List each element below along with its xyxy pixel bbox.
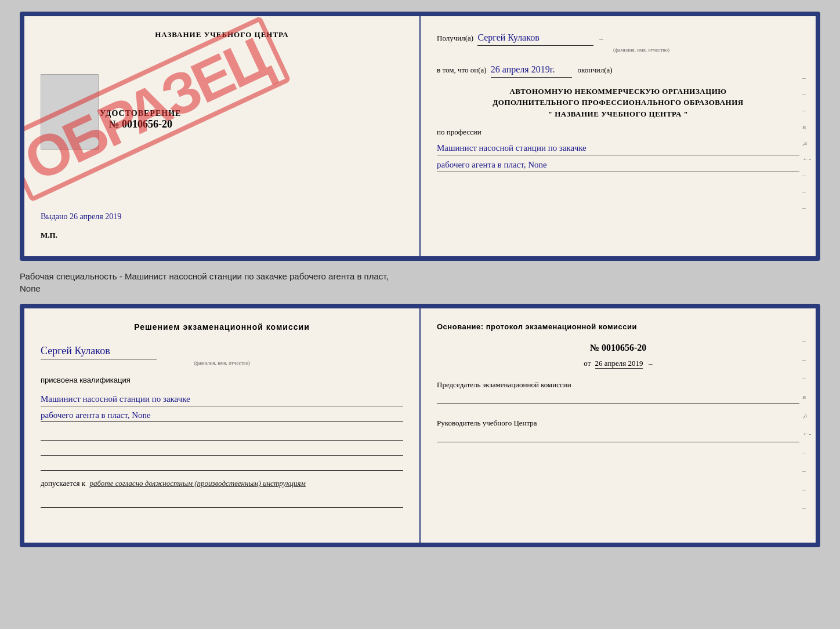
vtom-prefix: в том, что он(а) xyxy=(437,66,487,74)
po-professii-label: по профессии xyxy=(437,126,799,139)
prisvoena-label: присвоена квалификация xyxy=(41,376,131,384)
rukovoditel-block: Руководитель учебного Центра xyxy=(437,418,799,442)
desc-line2: None xyxy=(20,282,820,294)
protocol-date-value: 26 апреля 2019 xyxy=(595,359,643,369)
work-text: работе согласно должностным (производств… xyxy=(89,479,305,488)
blank-line-4 xyxy=(41,496,403,508)
dopuskaetsya-field: допускается к работе согласно должностны… xyxy=(41,478,403,489)
qual-line2: рабочего агента в пласт, None xyxy=(41,409,403,423)
qual-field: Машинист насосной станции по закачке раб… xyxy=(41,392,403,422)
komissia-title: Решением экзаменационной комиссии xyxy=(41,322,403,332)
org-line2: ДОПОЛНИТЕЛЬНОГО ПРОФЕССИОНАЛЬНОГО ОБРАЗО… xyxy=(437,97,799,108)
prisvoena-field: присвоена квалификация xyxy=(41,375,403,386)
poluchil-field: Получил(а) Сергей Кулаков – (фамилия, им… xyxy=(437,30,799,54)
predsedatel-block: Председатель экзаменационной комиссии xyxy=(437,380,799,404)
obraz-stamp: ОБРАЗЕЦ xyxy=(48,51,245,167)
bottom-name: Сергей Кулаков xyxy=(41,343,157,359)
desc-line1: Рабочая специальность - Машинист насосно… xyxy=(20,270,820,282)
mp-label: М.П. xyxy=(41,231,57,240)
protocol-number: № 0010656-20 xyxy=(437,343,799,353)
cert-left-panel: НАЗВАНИЕ УЧЕБНОГО ЦЕНТРА ОБРАЗЕЦ УДОСТОВ… xyxy=(24,16,421,256)
name-field: Сергей Кулаков (фамилия, имя, отчество) xyxy=(41,343,403,368)
rukovoditel-label: Руководитель учебного Центра xyxy=(437,418,799,428)
bottom-right-panel: Основание: протокол экзаменационной коми… xyxy=(421,308,816,543)
cert-right-panel: Получил(а) Сергей Кулаков – (фамилия, им… xyxy=(421,16,816,256)
vtom-field: в том, что он(а) 26 апреля 2019г. окончи… xyxy=(437,62,799,78)
blank-line-2 xyxy=(41,444,403,456)
vydano-text: Выдано 26 апреля 2019 xyxy=(41,212,121,221)
org-line1: АВТОНОМНУЮ НЕКОММЕРЧЕСКУЮ ОРГАНИЗАЦИЮ xyxy=(437,86,799,97)
profession-line1: Машинист насосной станции по закачке xyxy=(437,141,799,155)
obraz-text: ОБРАЗЕЦ xyxy=(20,16,292,202)
org-block: АВТОНОМНУЮ НЕКОММЕРЧЕСКУЮ ОРГАНИЗАЦИЮ ДО… xyxy=(437,86,799,120)
okonchil-text: окончил(а) xyxy=(578,66,613,74)
org-line3: " НАЗВАНИЕ УЧЕБНОГО ЦЕНТРА " xyxy=(437,108,799,120)
predsedatel-sig xyxy=(437,392,799,404)
protocol-date: от 26 апреля 2019 – xyxy=(437,359,799,368)
profession-line2: рабочего агента в пласт, None xyxy=(437,158,799,172)
bottom-document: Решением экзаменационной комиссии Сергей… xyxy=(20,304,820,547)
blank-line-1 xyxy=(41,429,403,441)
dopuskaetsya-prefix: допускается к xyxy=(41,479,85,488)
osnov-title: Основание: протокол экзаменационной коми… xyxy=(437,322,799,331)
blank-line-3 xyxy=(41,459,403,471)
side-marks-right: – – – и ,а ←- – – – xyxy=(802,74,811,211)
poluchil-prefix: Получил(а) xyxy=(437,34,473,42)
name-hint: (фамилия, имя, отчество) xyxy=(41,359,403,368)
rukovoditel-sig xyxy=(437,431,799,442)
recipient-hint: (фамилия, имя, отчество) xyxy=(483,46,799,54)
bottom-right-marks: – – – и ,а ←- – – – – xyxy=(802,337,811,511)
description-text: Рабочая специальность - Машинист насосно… xyxy=(20,270,820,294)
bottom-left-panel: Решением экзаменационной комиссии Сергей… xyxy=(24,308,421,543)
predsedatel-label: Председатель экзаменационной комиссии xyxy=(437,380,799,390)
recipient-name: Сергей Кулаков xyxy=(477,30,593,46)
vtom-date: 26 апреля 2019г. xyxy=(491,62,572,78)
po-professii-field: по профессии Машинист насосной станции п… xyxy=(437,126,799,172)
top-document: НАЗВАНИЕ УЧЕБНОГО ЦЕНТРА ОБРАЗЕЦ УДОСТОВ… xyxy=(20,12,820,261)
qual-line1: Машинист насосной станции по закачке xyxy=(41,392,403,406)
vydano-line: Выдано 26 апреля 2019 xyxy=(41,212,403,221)
protocol-date-prefix: от xyxy=(584,359,591,368)
